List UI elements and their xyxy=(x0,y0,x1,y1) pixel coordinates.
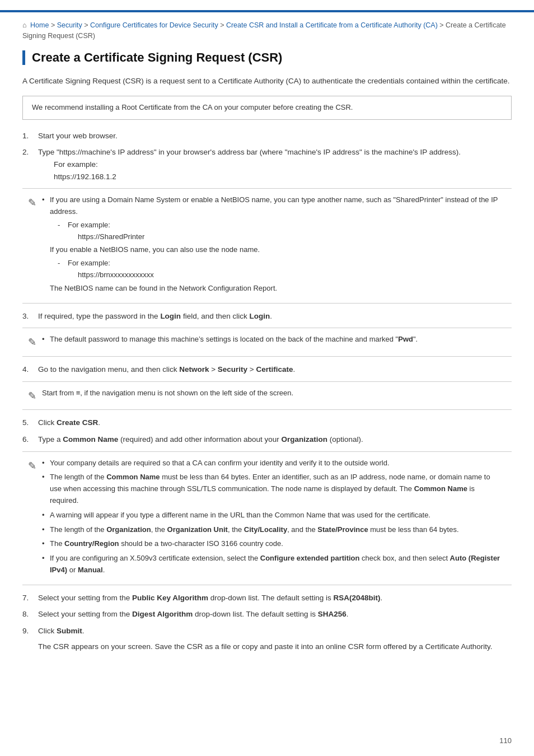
step-1-number: 1. xyxy=(22,130,35,142)
step-9-number: 9. xyxy=(22,625,35,652)
step-2-example-label: For example: xyxy=(54,160,98,169)
breadcrumb-sep2: > xyxy=(84,21,90,29)
note-2-block: ✎ The default password to manage this ma… xyxy=(22,328,512,357)
step-8-bold1: Digest Algorithm xyxy=(132,610,193,618)
note-1-sub2-label: For example: xyxy=(68,259,110,267)
step-8-end: . xyxy=(346,610,349,618)
step-4-sep1: > xyxy=(209,365,217,374)
step-3: 3. If required, type the password in the… xyxy=(22,310,512,323)
step-9-bold1: Submit xyxy=(57,627,82,635)
note-4-item-4: The Country/Region should be a two-chara… xyxy=(42,538,504,550)
step-4-bold2: Security xyxy=(218,365,247,374)
note-4-item-0-text: Your company details are required so tha… xyxy=(50,459,390,467)
step-5: 5. Click Create CSR. xyxy=(22,417,512,429)
breadcrumb-sep4: > xyxy=(439,21,446,29)
note-2-item: The default password to manage this mach… xyxy=(42,334,504,346)
step-5-end: . xyxy=(98,418,100,427)
note-3-content: Start from ≡, if the navigation menu is … xyxy=(42,388,504,399)
note-4-item-5-mid2: or xyxy=(67,566,78,574)
step-3-mid: field, and then click xyxy=(181,312,249,320)
note-3-end: , if the navigation menu is not shown on… xyxy=(80,389,293,397)
info-box: We recommend installing a Root Certifica… xyxy=(22,96,512,120)
note-1-sub2: For example: https://brnxxxxxxxxxxxx xyxy=(58,258,504,281)
step-4-sep2: > xyxy=(247,365,256,374)
step-7-content: Select your setting from the Public Key … xyxy=(38,592,512,604)
intro-text: A Certificate Signing Request (CSR) is a… xyxy=(22,75,512,87)
note-4-item-3-bold4: State/Province xyxy=(317,525,368,534)
note-1-block: ✎ If you are using a Domain Name System … xyxy=(22,188,512,303)
note-4-item-3-bold3: City/Locality xyxy=(244,525,287,534)
top-border xyxy=(0,10,534,12)
note-4-item-1-bold2: Common Name xyxy=(414,484,467,493)
step-5-content: Click Create CSR. xyxy=(38,417,512,429)
step-6-mid: (required) and add other information abo… xyxy=(118,435,281,444)
step-4-end: . xyxy=(293,365,296,374)
note-4-item-3-bold2: Organization Unit xyxy=(167,525,228,534)
note-3-plain: Start from xyxy=(42,389,76,397)
step-3-end: . xyxy=(270,312,272,320)
note-4-item-1-bold1: Common Name xyxy=(106,473,160,481)
breadcrumb-home[interactable]: Home xyxy=(30,21,49,29)
note-4-item-4-bold1: Country/Region xyxy=(64,539,119,548)
step-5-number: 5. xyxy=(22,417,35,429)
step-9-sub: The CSR appears on your screen. Save the… xyxy=(38,641,512,653)
note-4-wrapper: ✎ Your company details are required so t… xyxy=(22,451,512,585)
note-4-item-0: Your company details are required so tha… xyxy=(42,458,504,469)
step-1-content: Start your web browser. xyxy=(38,130,512,142)
note-4-item-5-end: . xyxy=(103,566,105,574)
note-4-item-2-text: A warning will appear if you type a diff… xyxy=(50,511,430,519)
note-2-end: ". xyxy=(413,335,418,343)
step-2: 2. Type "https://machine's IP address" i… xyxy=(22,146,512,183)
step-1: 1. Start your web browser. xyxy=(22,130,512,142)
page-number: 110 xyxy=(499,736,512,745)
note-4-item-4-plain: The xyxy=(50,539,64,548)
breadcrumb-sep1: > xyxy=(51,21,57,29)
note-2-plain: The default password to manage this mach… xyxy=(50,335,398,343)
step-5-plain: Click xyxy=(38,418,57,427)
note-1-sub2-url: https://brnxxxxxxxxxxxx xyxy=(68,270,154,279)
page-title-wrapper: Create a Certificate Signing Request (CS… xyxy=(22,50,512,65)
pencil-icon-2: ✎ xyxy=(28,334,36,351)
note-4-item-5-bold1: Configure extended partition xyxy=(260,554,360,562)
breadcrumb-security[interactable]: Security xyxy=(57,21,82,29)
note-1-footer: The NetBIOS name can be found in the Net… xyxy=(50,284,277,292)
step-6-content: Type a Common Name (required) and add ot… xyxy=(38,433,512,446)
note-2-bold: Pwd xyxy=(398,335,413,343)
step-7-end: . xyxy=(381,594,383,602)
note-1-content: If you are using a Domain Name System or… xyxy=(42,194,504,297)
step-7-mid: drop-down list. The default setting is xyxy=(208,594,333,602)
step-8-number: 8. xyxy=(22,608,35,620)
breadcrumb-configure[interactable]: Configure Certificates for Device Securi… xyxy=(90,21,218,29)
note-1-sub1: For example: https://SharedPrinter xyxy=(58,220,504,243)
note-3-wrapper: ✎ Start from ≡, if the navigation menu i… xyxy=(22,381,512,410)
step-4-bold1: Network xyxy=(179,365,209,374)
note-4-content: Your company details are required so tha… xyxy=(42,458,504,579)
note-4-item-3-plain: The length of the xyxy=(50,525,106,534)
step-9-plain: Click xyxy=(38,627,57,635)
step-7: 7. Select your setting from the Public K… xyxy=(22,592,512,604)
step-3-plain: If required, type the password in the xyxy=(38,312,160,320)
note-1-wrapper: ✎ If you are using a Domain Name System … xyxy=(22,188,512,303)
step-7-plain: Select your setting from the xyxy=(38,594,132,602)
note-1-sub1-label: For example: xyxy=(68,221,110,229)
note-3-block: ✎ Start from ≡, if the navigation menu i… xyxy=(22,381,512,410)
step-4-content: Go to the navigation menu, and then clic… xyxy=(38,363,512,376)
note-4-item-3-mid3: , and the xyxy=(287,525,317,534)
note-4-item-5: If you are configuring an X.509v3 certif… xyxy=(42,553,504,576)
note-1-bullet: If you are using a Domain Name System or… xyxy=(50,195,498,216)
step-9-end: . xyxy=(82,627,85,635)
note-4-item-3-end: must be less than 64 bytes. xyxy=(368,525,459,534)
step-3-bold2: Login xyxy=(249,312,270,320)
pencil-icon-4: ✎ xyxy=(28,458,36,474)
step-2-content: Type "https://machine's IP address" in y… xyxy=(38,146,512,183)
step-4-plain: Go to the navigation menu, and then clic… xyxy=(38,365,179,374)
step-7-bold2: RSA(2048bit) xyxy=(333,594,380,602)
breadcrumb-create-ca[interactable]: Create CSR and Install a Certificate fro… xyxy=(226,21,438,29)
note-4-block: ✎ Your company details are required so t… xyxy=(22,451,512,585)
step-8-mid: drop-down list. The default setting is xyxy=(193,610,317,618)
step-3-content: If required, type the password in the Lo… xyxy=(38,310,512,323)
step-6-number: 6. xyxy=(22,433,35,446)
note-1-item-1: If you are using a Domain Name System or… xyxy=(42,194,504,294)
steps-list: 1. Start your web browser. 2. Type "http… xyxy=(22,130,512,652)
step-3-bold1: Login xyxy=(160,312,181,320)
